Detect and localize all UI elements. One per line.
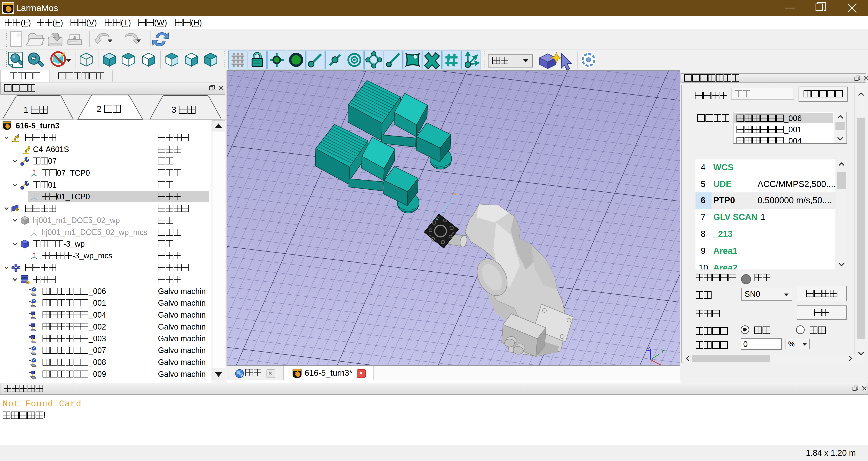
svg-text:X: X (662, 364, 665, 366)
svg-text:Y: Y (661, 348, 664, 354)
svg-text:Z: Z (647, 346, 650, 352)
